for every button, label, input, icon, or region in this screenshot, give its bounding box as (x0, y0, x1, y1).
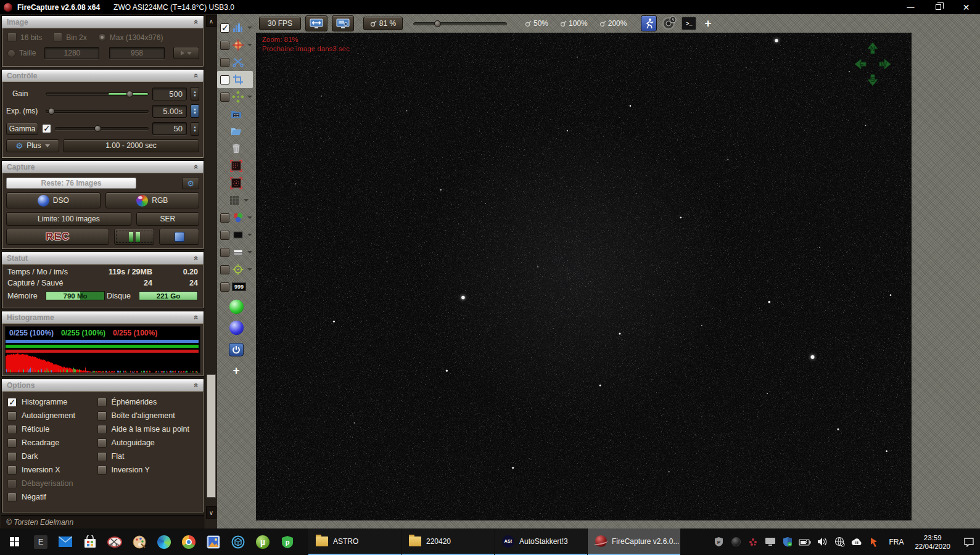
option-recadrage-checkbox[interactable] (7, 438, 17, 448)
tool-target-toggle[interactable] (217, 36, 255, 54)
tool-grid[interactable] (217, 192, 255, 209)
power-icon[interactable] (229, 343, 244, 356)
flat-frame-icon[interactable] (230, 177, 242, 189)
gamma-slider[interactable] (55, 127, 149, 130)
zoom-slider[interactable] (413, 22, 507, 25)
flat-apply-checkbox[interactable] (220, 248, 229, 257)
option-mise-au-point-checkbox[interactable] (97, 425, 107, 434)
dark-apply-checkbox[interactable] (220, 231, 229, 240)
pinned-app-e[interactable]: E (28, 528, 53, 555)
grid-icon[interactable] (228, 194, 241, 207)
restore-button[interactable] (924, 0, 952, 14)
tool-align-toggle[interactable] (217, 88, 255, 105)
pinned-app-cube[interactable] (226, 528, 250, 555)
tray-monitor-icon[interactable] (763, 535, 778, 549)
option-boite-alignement-checkbox[interactable] (97, 411, 107, 421)
option-autoalignement-checkbox[interactable] (7, 411, 17, 421)
option-autoguidage-checkbox[interactable] (97, 438, 107, 448)
panel-histogramme-header[interactable]: Histogramme « (2, 311, 204, 323)
zoom-200-link[interactable]: 200% (599, 19, 627, 28)
pinned-app-edge[interactable] (152, 528, 176, 555)
option-inversionx-checkbox[interactable] (7, 466, 17, 475)
collapse-icon[interactable]: « (192, 383, 201, 387)
live-mode-button[interactable] (641, 15, 657, 31)
exposure-value[interactable]: 5.00s (152, 105, 187, 118)
record-button[interactable]: REC (6, 229, 109, 245)
stop-button[interactable] (159, 229, 199, 245)
tool-dark-frame[interactable] (217, 157, 255, 175)
panel-statut-header[interactable]: Statut « (2, 252, 204, 264)
capture-settings-button[interactable]: ⚙ (182, 177, 199, 189)
panel-image-header[interactable]: Image « (2, 16, 204, 28)
tool-add-button[interactable]: + (217, 362, 255, 379)
tray-sphere-icon[interactable] (728, 535, 743, 549)
scrollbar-thumb[interactable] (207, 374, 216, 498)
zoom-level-button[interactable]: 81 % (363, 17, 403, 30)
plus-dropdown-button[interactable]: ⚙ Plus (6, 139, 59, 152)
open-folder-icon[interactable] (230, 125, 242, 138)
pinned-app-utorrent[interactable]: µ (250, 528, 275, 555)
option-reticule-checkbox[interactable] (7, 425, 17, 434)
zoom-50-link[interactable]: 50% (525, 19, 548, 28)
option-dark-checkbox[interactable] (7, 452, 17, 461)
pinned-app-paint[interactable] (127, 528, 152, 555)
collapse-icon[interactable]: « (192, 20, 201, 24)
tray-defender-icon[interactable] (780, 535, 795, 549)
dark-frame-icon[interactable] (230, 160, 242, 172)
dso-button[interactable]: DSO (6, 192, 101, 208)
pinned-app-pia[interactable]: p (275, 528, 300, 555)
color-toggle-checkbox[interactable] (220, 213, 229, 223)
black-square-icon[interactable] (232, 229, 244, 241)
blue-sphere-icon[interactable] (229, 321, 244, 335)
tray-battery-icon[interactable] (797, 535, 812, 549)
video-folder-icon[interactable] (230, 108, 242, 120)
guide-toggle-checkbox[interactable] (220, 265, 229, 274)
action-center-button[interactable] (961, 535, 976, 549)
taille-radio[interactable] (7, 49, 15, 57)
ser-format-button[interactable]: SER (136, 212, 199, 226)
gain-slider[interactable] (46, 92, 149, 96)
tool-power-button[interactable] (217, 341, 255, 358)
bin2x-checkbox[interactable] (53, 33, 62, 42)
camera-preview[interactable]: Zoom: 81% Prochaine image dans3 sec N E … (256, 33, 912, 520)
gamma-value[interactable]: 50 (152, 122, 187, 135)
collapse-icon[interactable]: « (192, 315, 201, 319)
tool-color-toggle[interactable] (217, 209, 255, 226)
gamma-button[interactable]: Gamma (6, 123, 38, 135)
align-toggle-checkbox[interactable] (220, 92, 229, 102)
crop-toggle-checkbox[interactable] (220, 75, 229, 84)
pinned-app-snipping[interactable] (102, 528, 127, 555)
close-button[interactable]: ✕ (952, 0, 980, 14)
taskbar-app-220420[interactable]: 220420 (401, 528, 494, 555)
option-inversiony-checkbox[interactable] (97, 466, 107, 475)
scroll-down-button[interactable]: ∨ (206, 506, 216, 519)
taskbar-app-firecapture[interactable]: FireCapture v2.6.0... (588, 528, 680, 555)
panel-options-header[interactable]: Options « (2, 379, 204, 391)
max-radio[interactable] (98, 33, 106, 41)
tool-histogram-toggle[interactable] (217, 19, 255, 36)
tool-blue-button[interactable] (217, 319, 255, 336)
green-sphere-icon[interactable] (229, 300, 244, 314)
option-ephemerides-checkbox[interactable] (97, 398, 107, 407)
plus-icon[interactable]: + (233, 364, 239, 377)
collapse-icon[interactable]: « (192, 256, 201, 260)
add-toolbar-button[interactable]: + (704, 17, 711, 30)
pinned-app-mail[interactable] (53, 528, 78, 555)
16bits-checkbox[interactable] (7, 33, 17, 42)
exposure-slider[interactable] (46, 110, 149, 113)
pinned-app-chrome[interactable] (176, 528, 201, 555)
gamma-spinner[interactable]: ▲▼ (191, 122, 199, 136)
histogram-toggle-checkbox[interactable] (220, 23, 229, 33)
tray-onedrive-icon[interactable] (849, 535, 864, 549)
option-histogramme-checkbox[interactable] (7, 398, 17, 407)
gain-value[interactable]: 500 (152, 88, 187, 101)
tool-flat-frame[interactable] (217, 175, 255, 192)
tray-network-icon[interactable] (832, 535, 847, 549)
timelapse-button[interactable] (661, 15, 677, 31)
exposure-range-button[interactable]: 1.00 - 2000 sec (63, 139, 199, 152)
move-points-icon[interactable] (232, 91, 244, 103)
planet-target-icon[interactable] (232, 39, 244, 51)
option-flat-checkbox[interactable] (97, 452, 107, 461)
green-target-icon[interactable] (232, 263, 244, 276)
console-button[interactable]: >_ (681, 17, 696, 30)
